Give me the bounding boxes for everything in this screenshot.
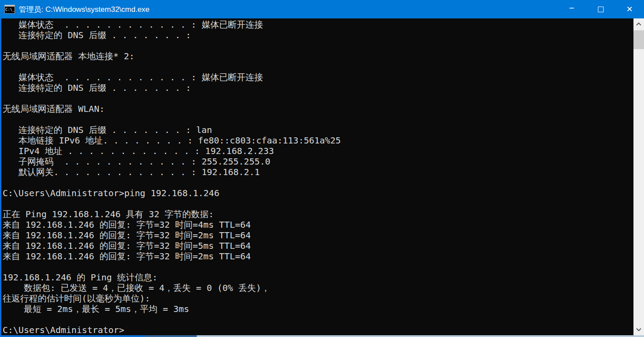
console-line: 来自 192.168.1.246 的回复: 字节=32 时间=2ms TTL=6… xyxy=(3,230,633,240)
console-line: 子网掩码 . . . . . . . . . . . . : 255.255.2… xyxy=(3,156,633,167)
minimize-button[interactable]: ─ xyxy=(557,0,586,18)
console-line: 连接特定的 DNS 后缀 . . . . . . . : xyxy=(3,30,633,40)
close-button[interactable]: ✕ xyxy=(615,0,644,18)
cmd-icon: C:\_ xyxy=(4,5,15,14)
console-line xyxy=(3,61,633,72)
vertical-scrollbar[interactable] xyxy=(633,18,644,335)
scroll-down-button[interactable] xyxy=(633,324,644,335)
console-line: 无线局域网适配器 WLAN: xyxy=(3,104,633,114)
titlebar-left: C:\_ 管理员: C:\Windows\system32\cmd.exe xyxy=(0,4,150,14)
console-line: 无线局域网适配器 本地连接* 2: xyxy=(3,51,633,61)
maximize-icon xyxy=(598,7,604,12)
console-line: 来自 192.168.1.246 的回复: 字节=32 时间=2ms TTL=6… xyxy=(3,251,633,262)
console-line: 往返行程的估计时间(以毫秒为单位): xyxy=(3,293,633,304)
console-line: 来自 192.168.1.246 的回复: 字节=32 时间=4ms TTL=6… xyxy=(3,219,633,230)
minimize-icon: ─ xyxy=(569,5,574,12)
bottom-border-segment xyxy=(145,335,197,337)
window-title: 管理员: C:\Windows\system32\cmd.exe xyxy=(19,4,150,14)
console[interactable]: 媒体状态 . . . . . . . . . . . . : 媒体已断开连接 连… xyxy=(0,18,633,335)
console-line xyxy=(3,177,633,188)
console-line xyxy=(3,262,633,272)
cmd-icon-text: C:\_ xyxy=(5,8,15,12)
maximize-button[interactable] xyxy=(586,0,615,18)
console-line: 正在 Ping 192.168.1.246 具有 32 字节的数据: xyxy=(3,209,633,219)
console-line xyxy=(3,114,633,125)
titlebar[interactable]: C:\_ 管理员: C:\Windows\system32\cmd.exe ─ … xyxy=(0,0,644,18)
scrollbar-thumb[interactable] xyxy=(633,30,644,49)
console-line xyxy=(3,198,633,209)
console-output: 媒体状态 . . . . . . . . . . . . : 媒体已断开连接 连… xyxy=(1,18,633,335)
console-line xyxy=(3,314,633,325)
close-icon: ✕ xyxy=(626,5,633,13)
console-line: 连接特定的 DNS 后缀 . . . . . . . : lan xyxy=(3,125,633,135)
scroll-up-button[interactable] xyxy=(633,18,644,30)
console-line: 媒体状态 . . . . . . . . . . . . : 媒体已断开连接 xyxy=(3,72,633,82)
console-line: 媒体状态 . . . . . . . . . . . . : 媒体已断开连接 xyxy=(3,19,633,30)
console-line xyxy=(3,93,633,104)
console-line: IPv4 地址 . . . . . . . . . . . . : 192.16… xyxy=(3,146,633,156)
bottom-border xyxy=(0,335,644,337)
bottom-border-segment xyxy=(197,335,644,337)
bottom-border-segment xyxy=(0,335,145,337)
console-line: C:\Users\Administrator>ping 192.168.1.24… xyxy=(3,188,633,198)
console-line: 来自 192.168.1.246 的回复: 字节=32 时间=5ms TTL=6… xyxy=(3,240,633,251)
cmd-window: C:\_ 管理员: C:\Windows\system32\cmd.exe ─ … xyxy=(0,0,644,337)
chevron-up-icon xyxy=(636,22,641,26)
window-controls: ─ ✕ xyxy=(557,0,644,18)
console-line: 192.168.1.246 的 Ping 统计信息: xyxy=(3,272,633,283)
console-line: 连接特定的 DNS 后缀 . . . . . . . : xyxy=(3,82,633,93)
console-line xyxy=(3,40,633,51)
console-line: 最短 = 2ms，最长 = 5ms，平均 = 3ms xyxy=(3,304,633,314)
console-line: 本地链接 IPv6 地址. . . . . . . . : fe80::c803… xyxy=(3,135,633,146)
console-line: 默认网关. . . . . . . . . . . . . : 192.168.… xyxy=(3,167,633,177)
console-line: 数据包: 已发送 = 4，已接收 = 4，丢失 = 0 (0% 丢失)， xyxy=(3,283,633,293)
console-line: C:\Users\Administrator> xyxy=(3,325,633,335)
chevron-down-icon xyxy=(636,328,641,331)
